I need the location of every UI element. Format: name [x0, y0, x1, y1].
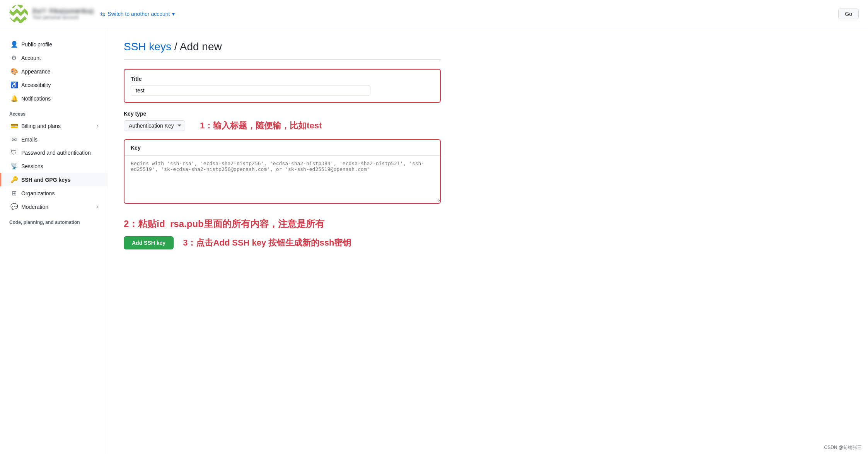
sidebar-label-accessibility: Accessibility: [21, 82, 51, 88]
key-type-select[interactable]: Authentication Key Signing Key: [124, 120, 185, 131]
breadcrumb-link[interactable]: SSH keys: [124, 41, 171, 53]
sidebar-label-password: Password and authentication: [21, 150, 91, 156]
sidebar-item-public-profile[interactable]: 👤 Public profile: [0, 38, 108, 51]
add-ssh-key-button[interactable]: Add SSH key: [124, 236, 174, 249]
sidebar-label-account: Account: [21, 55, 41, 61]
sidebar-label-emails: Emails: [21, 137, 38, 143]
sidebar-label-public-profile: Public profile: [21, 41, 52, 48]
sidebar-label-appearance: Appearance: [21, 68, 51, 75]
key-section: Key: [124, 139, 441, 204]
key-type-row: Authentication Key Signing Key 1：输入标题，随便…: [124, 120, 441, 131]
switch-account-link[interactable]: ⇆ Switch to another account ▾: [100, 10, 175, 18]
sidebar-label-notifications: Notifications: [21, 96, 51, 102]
sidebar: 👤 Public profile ⚙ Account 🎨 Appearance …: [0, 28, 108, 454]
bell-icon: 🔔: [10, 95, 17, 102]
billing-chevron-icon: ›: [97, 123, 99, 129]
sidebar-label-sessions: Sessions: [21, 163, 43, 169]
comment-icon: 💬: [10, 203, 17, 210]
broadcast-icon: 📡: [10, 162, 17, 170]
sidebar-item-moderation[interactable]: 💬 Moderation ›: [0, 200, 108, 213]
sidebar-label-billing: Billing and plans: [21, 123, 61, 129]
person-icon: 👤: [10, 41, 17, 48]
avatar-image: [9, 5, 28, 23]
layout: 👤 Public profile ⚙ Account 🎨 Appearance …: [0, 28, 868, 454]
credit-card-icon: 💳: [10, 122, 17, 130]
switch-icon: ⇆: [100, 10, 105, 18]
gear-icon: ⚙: [10, 54, 17, 61]
sidebar-item-ssh-gpg[interactable]: 🔑 SSH and GPG keys: [0, 173, 108, 186]
shield-icon: 🛡: [10, 149, 17, 156]
key-type-section: Key type Authentication Key Signing Key …: [124, 111, 441, 131]
key-section-label: Key: [124, 140, 440, 155]
breadcrumb-separator: /: [174, 41, 180, 53]
top-header: 2u!! fikejunwikuj Your personal account …: [0, 0, 868, 28]
title-section: Title: [124, 69, 441, 103]
page-title: SSH keys / Add new: [124, 41, 441, 60]
sidebar-item-organizations[interactable]: ⊞ Organizations: [0, 186, 108, 200]
sidebar-item-billing[interactable]: 💳 Billing and plans ›: [0, 119, 108, 133]
page-subtitle: Add new: [180, 41, 222, 53]
avatar: [9, 5, 28, 23]
code-section-label: Code, planning, and automation: [0, 213, 108, 227]
access-section-label: Access: [0, 105, 108, 119]
annotation-3: 3：点击Add SSH key 按钮生成新的ssh密钥: [183, 237, 351, 249]
key-icon: 🔑: [10, 176, 17, 183]
paintbrush-icon: 🎨: [10, 68, 17, 75]
moderation-chevron-icon: ›: [97, 204, 99, 210]
sidebar-item-emails[interactable]: ✉ Emails: [0, 133, 108, 146]
add-btn-row: Add SSH key 3：点击Add SSH key 按钮生成新的ssh密钥: [124, 236, 441, 249]
sidebar-item-account[interactable]: ⚙ Account: [0, 51, 108, 65]
key-type-label: Key type: [124, 111, 441, 117]
accessibility-icon: ♿: [10, 81, 17, 89]
title-label: Title: [131, 76, 434, 82]
sidebar-item-appearance[interactable]: 🎨 Appearance: [0, 65, 108, 78]
watermark-text: CSDN @前端张三: [824, 445, 862, 450]
go-button[interactable]: Go: [838, 9, 859, 19]
annotation-1: 1：输入标题，随便输，比如test: [200, 120, 322, 131]
switch-account-label: Switch to another account: [107, 11, 170, 17]
organization-icon: ⊞: [10, 189, 17, 197]
bottom-watermark: CSDN @前端张三: [818, 441, 868, 454]
username-display: 2u!! fikejunwikuj: [32, 8, 94, 15]
sidebar-label-ssh-gpg: SSH and GPG keys: [21, 177, 71, 183]
sidebar-item-sessions[interactable]: 📡 Sessions: [0, 159, 108, 173]
main-content: SSH keys / Add new Title Key type Authen…: [108, 28, 456, 454]
personal-account-text: Your personal account: [32, 15, 94, 20]
annotation-2: 2：粘贴id_rsa.pub里面的所有内容，注意是所有: [124, 212, 441, 236]
mail-icon: ✉: [10, 136, 17, 143]
user-info: 2u!! fikejunwikuj Your personal account: [32, 8, 94, 20]
sidebar-label-moderation: Moderation: [21, 204, 48, 210]
sidebar-item-notifications[interactable]: 🔔 Notifications: [0, 92, 108, 105]
sidebar-item-password[interactable]: 🛡 Password and authentication: [0, 146, 108, 159]
sidebar-label-organizations: Organizations: [21, 190, 55, 196]
sidebar-item-accessibility[interactable]: ♿ Accessibility: [0, 78, 108, 92]
title-input[interactable]: [131, 85, 370, 96]
key-textarea[interactable]: [124, 155, 440, 202]
switch-chevron-icon: ▾: [172, 11, 175, 17]
